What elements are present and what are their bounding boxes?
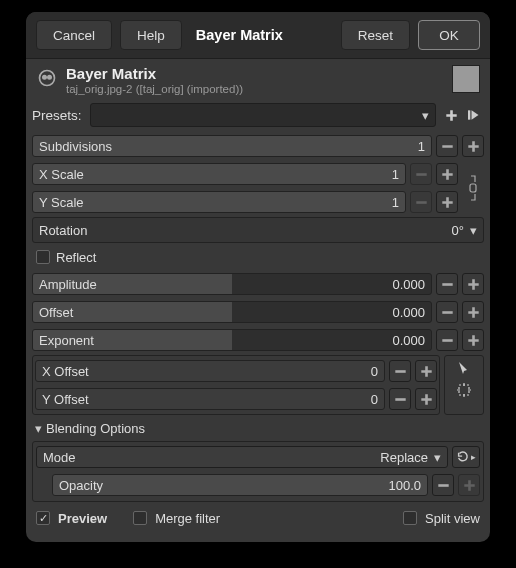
yscale-label: Y Scale	[39, 195, 84, 210]
offset-plus[interactable]	[462, 301, 484, 323]
presets-combo[interactable]: ▾	[90, 103, 436, 127]
amplitude-value: 0.000	[392, 274, 425, 294]
yoffset-label: Y Offset	[42, 392, 89, 407]
exponent-plus[interactable]	[462, 329, 484, 351]
svg-rect-3	[468, 110, 470, 119]
offset-slider[interactable]: Offset 0.000	[32, 301, 432, 323]
yoffset-input[interactable]: Y Offset 0	[35, 388, 385, 410]
xscale-value: 1	[392, 167, 399, 182]
dialog-titlebar: Cancel Help Bayer Matrix Reset OK	[26, 12, 490, 59]
subdivisions-label: Subdivisions	[39, 139, 112, 154]
preset-add-button[interactable]	[442, 106, 460, 124]
blend-mode-value: Replace	[380, 450, 428, 465]
opacity-label: Opacity	[59, 478, 103, 493]
presets-label: Presets:	[32, 108, 82, 123]
chevron-down-icon: ▾	[470, 223, 477, 238]
blend-mode-label: Mode	[43, 450, 76, 465]
rotation-label: Rotation	[39, 223, 87, 238]
color-swatch[interactable]	[452, 65, 480, 93]
reflect-checkbox[interactable]	[36, 250, 50, 264]
yoffset-plus[interactable]	[415, 388, 437, 410]
amplitude-plus[interactable]	[462, 273, 484, 295]
titlebar-title: Bayer Matrix	[196, 27, 283, 43]
triangle-down-icon: ▾	[32, 421, 44, 436]
preview-label: Preview	[58, 511, 107, 526]
xoffset-plus[interactable]	[415, 360, 437, 382]
bayer-matrix-dialog: Cancel Help Bayer Matrix Reset OK Bayer …	[26, 12, 490, 542]
yoffset-value: 0	[371, 392, 378, 407]
opacity-minus[interactable]	[432, 474, 454, 496]
opacity-value: 100.0	[388, 478, 421, 493]
cancel-button[interactable]: Cancel	[36, 20, 112, 50]
blending-options-title: Blending Options	[46, 421, 145, 436]
split-view-checkbox[interactable]	[403, 511, 417, 525]
xscale-label: X Scale	[39, 167, 84, 182]
rotation-value: 0°	[452, 223, 464, 238]
svg-rect-5	[459, 385, 469, 395]
opacity-plus[interactable]	[458, 474, 480, 496]
center-offset-button[interactable]	[455, 381, 473, 399]
exponent-label: Exponent	[39, 330, 94, 350]
ok-button[interactable]: OK	[418, 20, 480, 50]
rotation-combo[interactable]: Rotation 0° ▾	[32, 217, 484, 243]
exponent-value: 0.000	[392, 330, 425, 350]
preset-menu-button[interactable]	[466, 106, 484, 124]
xoffset-value: 0	[371, 364, 378, 379]
xscale-plus[interactable]	[436, 163, 458, 185]
help-button[interactable]: Help	[120, 20, 182, 50]
svg-rect-4	[470, 184, 476, 192]
preview-checkbox[interactable]	[36, 511, 50, 525]
reset-button[interactable]: Reset	[341, 20, 410, 50]
reflect-label: Reflect	[56, 250, 96, 265]
opacity-slider[interactable]: Opacity 100.0	[52, 474, 428, 496]
subdivisions-plus[interactable]	[462, 135, 484, 157]
subdivisions-value: 1	[418, 139, 425, 154]
xoffset-minus[interactable]	[389, 360, 411, 382]
xscale-slider[interactable]: X Scale 1	[32, 163, 406, 185]
xoffset-input[interactable]: X Offset 0	[35, 360, 385, 382]
yscale-value: 1	[392, 195, 399, 210]
yscale-plus[interactable]	[436, 191, 458, 213]
dialog-header: Bayer Matrix taj_orig.jpg-2 ([taj_orig] …	[26, 59, 490, 99]
scale-link-toggle[interactable]	[462, 161, 484, 215]
yoffset-minus[interactable]	[389, 388, 411, 410]
blend-mode-reset-button[interactable]: ▸	[452, 446, 480, 468]
svg-point-1	[43, 76, 46, 79]
xscale-minus[interactable]	[410, 163, 432, 185]
yscale-slider[interactable]: Y Scale 1	[32, 191, 406, 213]
split-view-label: Split view	[425, 511, 480, 526]
blend-mode-combo[interactable]: Mode Replace ▾	[36, 446, 448, 468]
svg-point-2	[48, 76, 51, 79]
svg-point-0	[40, 71, 55, 86]
yscale-minus[interactable]	[410, 191, 432, 213]
header-subtitle: taj_orig.jpg-2 ([taj_orig] (imported))	[66, 83, 444, 95]
exponent-minus[interactable]	[436, 329, 458, 351]
subdivisions-minus[interactable]	[436, 135, 458, 157]
offset-value: 0.000	[392, 302, 425, 322]
gimp-icon	[36, 67, 58, 89]
offset-minus[interactable]	[436, 301, 458, 323]
chevron-down-icon: ▾	[422, 108, 429, 123]
amplitude-slider[interactable]: Amplitude 0.000	[32, 273, 432, 295]
exponent-slider[interactable]: Exponent 0.000	[32, 329, 432, 351]
blending-options-expander[interactable]: ▾ Blending Options	[32, 417, 484, 439]
merge-filter-label: Merge filter	[155, 511, 220, 526]
offset-label: Offset	[39, 302, 73, 322]
header-title: Bayer Matrix	[66, 65, 444, 82]
merge-filter-checkbox[interactable]	[133, 511, 147, 525]
amplitude-label: Amplitude	[39, 274, 97, 294]
pick-position-button[interactable]	[455, 359, 473, 377]
amplitude-minus[interactable]	[436, 273, 458, 295]
xoffset-label: X Offset	[42, 364, 89, 379]
subdivisions-slider[interactable]: Subdivisions 1	[32, 135, 432, 157]
chevron-down-icon: ▾	[434, 450, 441, 465]
